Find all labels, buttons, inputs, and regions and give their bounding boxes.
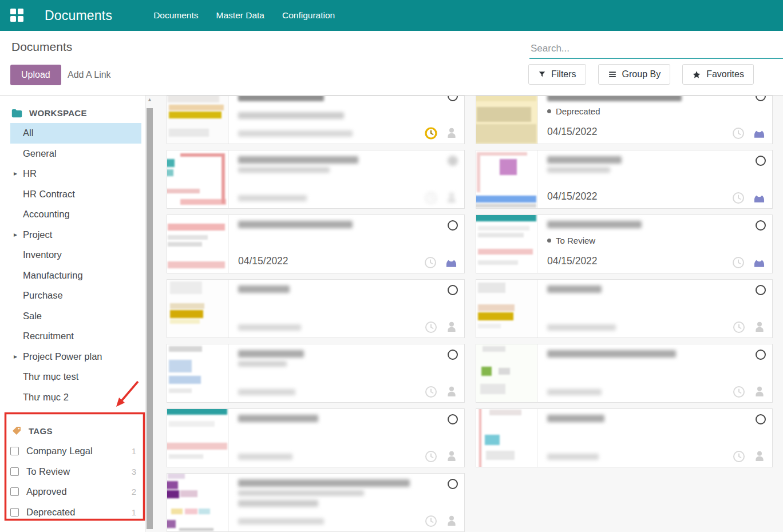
sidebar-scrollbar[interactable]: ▲ [145,96,153,532]
select-circle[interactable] [448,479,458,489]
activity-clock-icon[interactable] [424,385,438,399]
person-icon [753,320,766,334]
control-panel: Documents Upload Add A Link Filters Grou… [0,31,783,96]
tag-checkbox[interactable] [10,487,19,496]
sidebar-item-hr[interactable]: ▸ HR [10,164,141,184]
sidebar-item-all[interactable]: ▸ All [10,123,141,144]
select-circle[interactable] [756,156,766,166]
nav-item-master-data[interactable]: Master Data [216,10,264,21]
document-card[interactable] [476,408,773,467]
activity-clock-icon[interactable] [731,191,745,205]
select-circle[interactable] [756,414,766,424]
sidebar-item-thư-mục-2[interactable]: ▸ Thư mục 2 [10,387,141,408]
document-card[interactable]: To Review 04/15/2022 [476,215,773,273]
apps-grid-icon[interactable] [10,9,24,22]
expand-caret-icon[interactable]: ▸ [14,347,17,367]
select-circle[interactable] [448,220,458,231]
activity-clock-icon[interactable] [424,450,438,463]
document-card[interactable] [167,344,465,403]
document-card[interactable]: Deprecated 04/15/2022 [476,96,773,144]
tag-count: 1 [132,507,136,517]
person-icon [753,450,766,463]
activity-clock-icon[interactable] [731,126,745,140]
sidebar-item-general[interactable]: ▸ General [10,144,141,164]
expand-caret-icon[interactable]: ▸ [14,225,17,245]
sidebar-item-label: Inventory [23,249,62,260]
sidebar-item-project[interactable]: ▸ Project [10,225,141,245]
breadcrumb: Documents [11,40,72,54]
document-card[interactable] [167,473,465,532]
expand-caret-icon[interactable]: ▸ [14,164,17,184]
activity-clock-icon[interactable] [731,256,745,269]
document-card[interactable] [167,408,465,467]
tag-label: Deprecated [26,507,75,518]
upload-button[interactable]: Upload [10,65,61,85]
document-thumbnail [476,215,538,273]
tag-filter-company-legal[interactable]: Company Legal 1 [10,441,141,462]
sidebar-item-recruitment[interactable]: ▸ Recruitment [10,326,141,347]
activity-clock-icon[interactable] [424,514,438,528]
select-circle[interactable] [448,350,458,360]
document-card[interactable]: 04/15/2022 [167,215,465,273]
group-by-button[interactable]: Group By [598,64,671,85]
sidebar-item-manufacturing[interactable]: ▸ Manufacturing [10,265,141,286]
select-circle[interactable] [448,285,458,295]
sidebar-item-label: All [23,128,33,138]
activity-clock-icon[interactable] [424,256,437,269]
activity-clock-icon[interactable] [732,450,746,463]
tag-checkbox[interactable] [10,467,19,476]
document-title-cutoff [547,96,682,101]
badge-dot-icon [547,109,551,113]
document-footer-blurred [547,324,616,331]
favorites-button[interactable]: Favorites [682,64,754,85]
sidebar-item-inventory[interactable]: ▸ Inventory [10,245,141,265]
activity-clock-icon[interactable] [424,126,438,140]
tag-filter-deprecated[interactable]: Deprecated 1 [10,502,141,523]
document-card[interactable]: 04/15/2022 [476,150,773,209]
sidebar-item-purchase[interactable]: ▸ Purchase [10,285,141,306]
document-card[interactable] [476,344,773,403]
sidebar-item-sale[interactable]: ▸ Sale [10,306,141,327]
document-thumbnail [167,474,229,532]
tag-checkbox[interactable] [10,508,19,517]
sidebar-item-accounting[interactable]: ▸ Accounting [10,204,141,225]
activity-clock-icon[interactable] [732,320,746,334]
document-card[interactable] [167,96,465,144]
tag-filter-to-review[interactable]: To Review 3 [10,462,141,482]
tag-filter-approved[interactable]: Approved 2 [10,482,141,502]
select-circle[interactable] [448,96,458,101]
activity-clock-icon[interactable] [424,191,438,205]
tag-count: 3 [132,467,136,477]
star-icon [692,70,701,79]
activity-clock-icon[interactable] [424,320,438,334]
document-footer-blurred [238,130,353,137]
sidebar-item-label: Thư mục 2 [23,392,69,402]
select-circle[interactable] [448,414,458,424]
document-thumbnail [167,344,229,403]
tag-label: Company Legal [26,446,93,456]
document-card[interactable] [167,279,465,338]
scrollbar-up-icon[interactable]: ▲ [146,97,153,102]
tag-checkbox[interactable] [10,447,19,455]
filters-button[interactable]: Filters [528,64,586,85]
select-circle[interactable] [756,220,766,231]
activity-clock-icon[interactable] [732,385,746,399]
sidebar-item-project-power-plan[interactable]: ▸ Project Power plan [10,347,141,367]
select-circle[interactable] [448,156,458,166]
document-title-blurred [238,221,353,228]
sidebar-item-hr-contract[interactable]: ▸ HR Contract [10,184,141,205]
tag-label: To Review [26,466,70,477]
select-circle[interactable] [756,96,766,101]
document-card[interactable] [476,279,773,338]
scrollbar-thumb[interactable] [147,108,153,529]
search-input[interactable] [529,41,783,58]
select-circle[interactable] [756,350,766,360]
nav-item-configuration[interactable]: Configuration [282,10,335,21]
select-circle[interactable] [756,285,766,295]
sidebar: WORKSPACE ▸ All ▸ General ▸ HR ▸ HR Cont… [0,96,153,532]
avatar-icon [752,190,766,205]
add-a-link-button[interactable]: Add A Link [68,70,111,80]
document-card[interactable] [167,150,465,209]
sidebar-item-thư-mục-test[interactable]: ▸ Thư mục test [10,367,141,387]
nav-item-documents[interactable]: Documents [153,10,198,21]
